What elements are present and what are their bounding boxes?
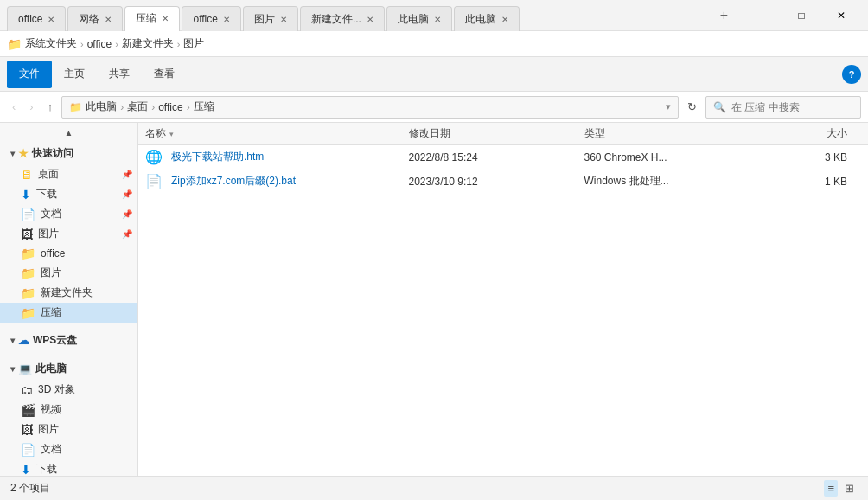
address-bar[interactable]: 📁 此电脑 › 桌面 › office › 压缩 ▾ xyxy=(61,96,679,119)
sidebar-item-downloads[interactable]: ⬇ 下载 📌 xyxy=(0,184,137,204)
addr-sep-3: › xyxy=(187,101,190,113)
tab-close-1[interactable]: ✕ xyxy=(105,15,112,24)
pictures-icon: 🖼 xyxy=(21,228,33,241)
file-1-size: 3 KB xyxy=(760,151,862,163)
tab-close-3[interactable]: ✕ xyxy=(223,15,230,24)
sidebar-item-docs-pc[interactable]: 📄 文档 xyxy=(0,439,137,459)
tab-0[interactable]: office✕ xyxy=(7,6,66,31)
tab-close-6[interactable]: ✕ xyxy=(434,15,441,24)
file-2-name[interactable]: Zip添加xz7.com后缀(2).bat xyxy=(171,174,296,189)
sidebar-item-office-label: office xyxy=(41,247,65,260)
pc-header[interactable]: ▾ 💻 此电脑 xyxy=(0,358,137,380)
sidebar-item-downloads-pc[interactable]: ⬇ 下载 xyxy=(0,459,137,476)
path-part-desktop[interactable]: 桌面 xyxy=(127,99,148,114)
addr-sep-2: › xyxy=(151,101,155,113)
quick-access-header[interactable]: ▾ ★ 快速访问 xyxy=(0,143,137,164)
tab-label-4: 图片 xyxy=(254,12,275,27)
tab-3[interactable]: office✕ xyxy=(182,6,240,31)
docs-pc-icon: 📄 xyxy=(21,443,35,457)
sidebar-item-docs[interactable]: 📄 文档 📌 xyxy=(0,204,137,224)
tab-file[interactable]: 文件 xyxy=(7,61,52,88)
file-2-size: 1 KB xyxy=(760,176,862,188)
3d-icon: 🗂 xyxy=(21,383,33,397)
col-name-header[interactable]: 名称 ▾ xyxy=(145,126,409,141)
add-tab-button[interactable]: + xyxy=(713,8,735,23)
search-input[interactable] xyxy=(731,101,853,113)
file-list-body: 🌐 极光下载站帮助.htm 2022/8/8 15:24 360 ChromeX… xyxy=(138,145,868,476)
file-row-1[interactable]: 🌐 极光下载站帮助.htm 2022/8/8 15:24 360 ChromeX… xyxy=(138,145,868,170)
wps-header[interactable]: ▾ ☁ WPS云盘 xyxy=(0,330,137,351)
refresh-button[interactable]: ↻ xyxy=(682,97,702,117)
sidebar-item-desktop[interactable]: 🖥 桌面 📌 xyxy=(0,164,137,184)
sidebar-item-office[interactable]: 📁 office xyxy=(0,244,137,263)
tab-home[interactable]: 主页 xyxy=(52,61,97,88)
col-date-header[interactable]: 修改日期 xyxy=(409,126,584,141)
pin-icon-4: 📌 xyxy=(122,229,132,239)
view-details-button[interactable]: ≡ xyxy=(824,480,838,497)
search-bar: 🔍 xyxy=(705,96,861,119)
pc-icon: 💻 xyxy=(18,362,32,375)
tab-close-5[interactable]: ✕ xyxy=(367,15,373,24)
breadcrumb-part-1[interactable]: 系统文件夹 xyxy=(25,36,77,51)
tab-6[interactable]: 此电脑✕ xyxy=(386,6,452,31)
window-controls: ─ □ ✕ xyxy=(742,3,861,29)
tab-2[interactable]: 压缩✕ xyxy=(124,6,180,31)
sidebar-item-newfolder[interactable]: 📁 新建文件夹 xyxy=(0,283,137,303)
tab-close-2[interactable]: ✕ xyxy=(162,14,169,23)
tab-close-7[interactable]: ✕ xyxy=(501,15,508,24)
maximize-button[interactable]: □ xyxy=(782,3,821,29)
path-part-pc[interactable]: 此电脑 xyxy=(86,99,117,114)
file-row-2[interactable]: 📄 Zip添加xz7.com后缀(2).bat 2023/3/10 9:12 W… xyxy=(138,170,868,194)
breadcrumb-sep-3: › xyxy=(177,39,181,49)
forward-button[interactable]: › xyxy=(24,97,38,117)
pin-icon-2: 📌 xyxy=(122,189,132,199)
sidebar-item-pictures-pc[interactable]: 🖼 图片 xyxy=(0,420,137,439)
sidebar-item-pictures[interactable]: 🖼 图片 📌 xyxy=(0,224,137,244)
tab-close-0[interactable]: ✕ xyxy=(48,15,54,24)
file-1-icon: 🌐 xyxy=(145,149,163,165)
up-button[interactable]: ↑ xyxy=(42,97,59,117)
file-1-type: 360 ChromeX H... xyxy=(584,151,760,163)
help-button[interactable]: ? xyxy=(842,65,861,84)
view-tiles-button[interactable]: ⊞ xyxy=(841,480,858,497)
file-2-date: 2023/3/10 9:12 xyxy=(409,176,584,188)
sidebar-item-zip[interactable]: 📁 压缩 xyxy=(0,303,137,323)
sidebar-item-video[interactable]: 🎬 视频 xyxy=(0,400,137,420)
quick-access-section: ▾ ★ 快速访问 🖥 桌面 📌 ⬇ 下载 📌 📄 文档 📌 🖼 图片 xyxy=(0,139,137,326)
breadcrumb-part-3[interactable]: 新建文件夹 xyxy=(122,36,174,51)
tab-5[interactable]: 新建文件...✕ xyxy=(300,6,385,31)
wps-section: ▾ ☁ WPS云盘 xyxy=(0,326,137,355)
tab-1[interactable]: 网络✕ xyxy=(67,6,123,31)
sidebar-item-pictures-2[interactable]: 📁 图片 xyxy=(0,263,137,283)
tab-label-5: 新建文件... xyxy=(311,12,361,27)
quick-access-arrow: ▾ xyxy=(10,149,15,158)
minimize-button[interactable]: ─ xyxy=(742,3,782,29)
tab-7[interactable]: 此电脑✕ xyxy=(454,6,520,31)
sidebar-item-downloads-label: 下载 xyxy=(36,187,57,202)
scroll-up-button[interactable]: ▲ xyxy=(0,126,137,139)
file-1-date: 2022/8/8 15:24 xyxy=(409,151,584,163)
address-dropdown-icon[interactable]: ▾ xyxy=(666,101,671,112)
sidebar-item-newfolder-label: 新建文件夹 xyxy=(41,285,93,300)
col-size-header[interactable]: 大小 xyxy=(760,126,862,141)
sidebar: ▲ ▾ ★ 快速访问 🖥 桌面 📌 ⬇ 下载 📌 📄 文档 📌 xyxy=(0,123,138,476)
tab-close-4[interactable]: ✕ xyxy=(280,15,287,24)
breadcrumb-part-2[interactable]: office xyxy=(87,38,112,50)
pictures-pc-icon: 🖼 xyxy=(21,423,33,437)
wps-cloud-icon: ☁ xyxy=(18,334,29,347)
office-folder-icon: 📁 xyxy=(21,247,35,260)
sidebar-item-3d[interactable]: 🗂 3D 对象 xyxy=(0,380,137,400)
file-1-name[interactable]: 极光下载站帮助.htm xyxy=(171,150,264,164)
back-button[interactable]: ‹ xyxy=(7,97,21,117)
statusbar-right: ≡ ⊞ xyxy=(824,480,858,497)
path-part-office[interactable]: office xyxy=(158,101,182,113)
col-type-header[interactable]: 类型 xyxy=(584,126,760,141)
file-2-name-col: 📄 Zip添加xz7.com后缀(2).bat xyxy=(145,173,409,189)
tab-4[interactable]: 图片✕ xyxy=(243,6,298,31)
tab-view[interactable]: 查看 xyxy=(142,61,187,88)
close-button[interactable]: ✕ xyxy=(821,3,861,29)
path-part-zip[interactable]: 压缩 xyxy=(194,99,214,114)
breadcrumb-part-4[interactable]: 图片 xyxy=(183,36,204,51)
tab-share[interactable]: 共享 xyxy=(97,61,142,88)
breadcrumb-folder-icon: 📁 xyxy=(7,37,22,51)
